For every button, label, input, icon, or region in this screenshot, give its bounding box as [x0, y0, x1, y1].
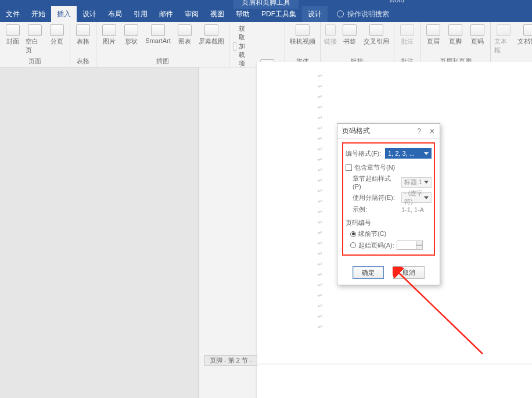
- dialog-help-button[interactable]: ?: [417, 127, 421, 135]
- lightbulb-icon: [337, 10, 344, 17]
- get-addins-label: 获取加载项: [239, 24, 250, 68]
- footer-button[interactable]: 页脚: [446, 24, 465, 46]
- tab-review[interactable]: 审阅: [179, 6, 204, 22]
- page-number-button[interactable]: 页码: [468, 24, 487, 46]
- page-break-icon: [50, 24, 64, 36]
- navigation-pane[interactable]: [0, 67, 199, 398]
- chapter-style-select: 标题 1: [401, 177, 432, 188]
- textbox-button[interactable]: 文本框: [494, 24, 513, 55]
- comment-icon: [400, 24, 414, 36]
- cover-page-icon: [6, 24, 20, 36]
- table-icon: [76, 24, 90, 36]
- header-button[interactable]: 页眉: [424, 24, 443, 46]
- dialog-close-button[interactable]: ✕: [429, 127, 435, 135]
- app-name: Word: [389, 0, 404, 3]
- tab-mailings[interactable]: 邮件: [153, 6, 179, 22]
- group-tables: 表格 表格: [70, 22, 96, 67]
- tab-home[interactable]: 开始: [26, 6, 51, 22]
- spin-down-button[interactable]: [416, 245, 423, 250]
- dialog-title: 页码格式: [342, 126, 370, 136]
- cover-page-button[interactable]: 封面: [3, 24, 22, 46]
- group-pages-label: 页面: [28, 57, 41, 66]
- group-header-footer: 页眉 页脚 页码 页眉和页脚: [420, 22, 491, 67]
- blank-page-icon: [28, 24, 42, 36]
- link-label: 链接: [324, 37, 337, 46]
- include-chapter-checkbox[interactable]: 包含章节号(N): [346, 163, 432, 172]
- tab-view[interactable]: 视图: [204, 6, 230, 22]
- chart-label: 图表: [178, 37, 191, 46]
- tab-design[interactable]: 设计: [77, 6, 102, 22]
- tab-context-design[interactable]: 设计: [302, 6, 328, 22]
- blank-page-label: 空白页: [26, 37, 44, 55]
- pictures-button[interactable]: 图片: [100, 24, 118, 46]
- cover-page-label: 封面: [6, 37, 19, 46]
- quick-parts-label: 文档部件: [517, 37, 532, 46]
- page-break-button[interactable]: 分页: [48, 24, 66, 46]
- table-label: 表格: [77, 37, 89, 46]
- comment-button[interactable]: 批注: [398, 24, 416, 46]
- page-number-format-dialog: 页码格式 ? ✕ 编号格式(F): 1, 2, 3, ... 包含章节号(N) …: [337, 123, 440, 285]
- parts-icon: [523, 24, 532, 36]
- start-at-radio[interactable]: 起始页码(A):: [350, 241, 432, 250]
- ribbon: 封面 空白页 分页 页面 表格 表格 图片 形状 SmartArt 图表 屏幕截…: [0, 22, 532, 67]
- paragraph-marks: ↵↵↵↵↵↵↵↵↵↵↵↵↵↵↵↵↵↵↵↵↵↵↵↵↵: [318, 72, 322, 331]
- footer-label: 页脚: [449, 37, 462, 46]
- start-at-spinner[interactable]: [397, 241, 423, 250]
- group-addins: 获取加载项 我的加载项 WWikipedia 加载项: [229, 22, 285, 67]
- online-video-button[interactable]: 联机视频: [289, 24, 317, 46]
- spin-up-button[interactable]: [416, 241, 423, 245]
- group-media: 联机视频 媒体: [285, 22, 321, 67]
- group-comments: 批注 批注: [394, 22, 420, 67]
- continue-previous-radio[interactable]: 续前节(C): [350, 230, 432, 238]
- dialog-titlebar[interactable]: 页码格式 ? ✕: [337, 124, 440, 139]
- chevron-down-icon: [424, 152, 429, 155]
- group-tables-label: 表格: [77, 57, 89, 66]
- tell-me-search[interactable]: 操作说明搜索: [337, 9, 389, 19]
- context-tools-title: 页眉和页脚工具: [233, 0, 299, 9]
- start-at-input[interactable]: [397, 241, 416, 250]
- bookmark-button[interactable]: 书签: [340, 24, 359, 46]
- shapes-button[interactable]: 形状: [122, 24, 141, 46]
- chart-button[interactable]: 图表: [175, 24, 194, 46]
- chevron-down-icon: [424, 196, 429, 199]
- xref-label: 交叉引用: [364, 37, 389, 46]
- work-area: ↵↵↵↵↵↵↵↵↵↵↵↵↵↵↵↵↵↵↵↵↵↵↵↵↵ 页脚 - 第 2 节 -: [0, 67, 532, 398]
- tab-layout[interactable]: 布局: [102, 6, 128, 22]
- tab-file[interactable]: 文件: [0, 6, 26, 22]
- get-addins-button[interactable]: 获取加载项: [233, 24, 250, 68]
- tab-references[interactable]: 引用: [128, 6, 153, 22]
- quick-parts-button[interactable]: 文档部件: [516, 24, 532, 46]
- checkbox-icon: [346, 164, 352, 171]
- link-icon: [325, 24, 336, 36]
- screenshot-label: 屏幕截图: [199, 37, 224, 46]
- shapes-label: 形状: [125, 37, 138, 46]
- store-icon: [233, 42, 236, 51]
- ok-button[interactable]: 确定: [353, 266, 384, 279]
- blank-page-button[interactable]: 空白页: [26, 24, 44, 55]
- group-text: 文本框 文档部件: [491, 22, 532, 67]
- tab-insert[interactable]: 插入: [51, 6, 77, 22]
- link-button[interactable]: 链接: [324, 24, 337, 46]
- smartart-icon: [151, 24, 165, 36]
- page-numbering-section: 页码编号: [346, 218, 432, 227]
- screenshot-button[interactable]: 屏幕截图: [197, 24, 225, 46]
- footer-section-tag: 页脚 - 第 2 节 -: [204, 355, 257, 366]
- highlight-region: 编号格式(F): 1, 2, 3, ... 包含章节号(N) 章节起始样式(P)…: [342, 142, 435, 256]
- video-icon: [296, 24, 310, 36]
- smartart-button[interactable]: SmartArt: [144, 24, 172, 44]
- separator-value: - (连字符): [404, 189, 424, 206]
- table-button[interactable]: 表格: [74, 24, 92, 46]
- tell-me-label: 操作说明搜索: [347, 9, 389, 19]
- smartart-label: SmartArt: [145, 37, 170, 44]
- comment-label: 批注: [401, 37, 414, 46]
- example-value: 1-1, 1-A: [401, 206, 424, 213]
- number-format-label: 编号格式(F):: [346, 149, 383, 158]
- screenshot-icon: [204, 24, 218, 36]
- number-format-select[interactable]: 1, 2, 3, ...: [385, 148, 432, 159]
- cross-reference-button[interactable]: 交叉引用: [362, 24, 390, 46]
- cancel-button[interactable]: 取消: [393, 266, 425, 279]
- start-at-label: 起始页码(A):: [358, 241, 394, 250]
- radio-unselected-icon: [350, 242, 356, 248]
- shapes-icon: [124, 24, 138, 36]
- group-links: 链接 书签 交叉引用 链接: [321, 22, 394, 67]
